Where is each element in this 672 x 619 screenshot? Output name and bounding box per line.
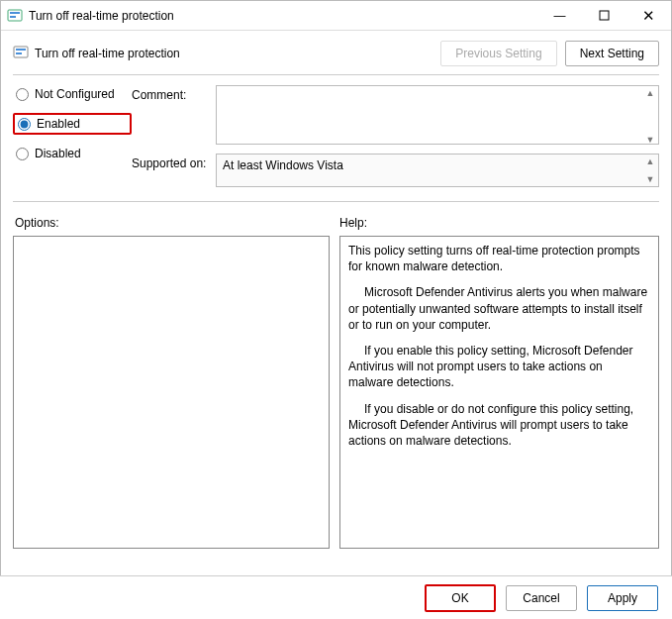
scroll-down-icon[interactable]: ▼ [644, 135, 656, 145]
config-area: Not Configured Enabled Disabled Comment:… [13, 85, 659, 193]
cancel-button[interactable]: Cancel [506, 585, 577, 611]
scroll-up-icon[interactable]: ▲ [644, 156, 656, 166]
next-setting-button[interactable]: Next Setting [565, 41, 659, 66]
radio-not-configured[interactable]: Not Configured [13, 85, 132, 103]
window-title: Turn off real-time protection [29, 9, 537, 23]
apply-button[interactable]: Apply [587, 585, 658, 611]
comment-label: Comment: [132, 85, 216, 102]
radio-enabled[interactable]: Enabled [13, 113, 132, 135]
ok-button[interactable]: OK [425, 584, 496, 612]
separator [13, 201, 659, 202]
window-controls: — ✕ [537, 1, 671, 30]
comment-input[interactable] [216, 85, 659, 145]
svg-rect-2 [10, 16, 16, 18]
radio-not-configured-input[interactable] [16, 88, 29, 101]
maximize-button[interactable] [582, 1, 626, 30]
radio-enabled-input[interactable] [18, 118, 31, 131]
titlebar: Turn off real-time protection — ✕ [1, 1, 671, 31]
policy-item-icon [13, 45, 29, 63]
close-button[interactable]: ✕ [626, 1, 671, 30]
radio-disabled-input[interactable] [16, 148, 29, 160]
svg-rect-4 [14, 47, 28, 57]
svg-rect-0 [8, 10, 22, 21]
panes: This policy setting turns off real-time … [13, 236, 659, 549]
supported-wrap: At least Windows Vista ▲ ▼ [216, 154, 659, 187]
supported-label: Supported on: [132, 154, 216, 170]
svg-rect-1 [10, 12, 20, 14]
radio-enabled-label: Enabled [37, 117, 80, 131]
policy-shield-icon [7, 8, 23, 24]
footer: OK Cancel Apply [0, 575, 672, 619]
supported-row: Supported on: At least Windows Vista ▲ ▼ [132, 154, 659, 187]
comment-wrap: ▲ ▼ [216, 85, 659, 148]
previous-setting-button: Previous Setting [440, 41, 556, 66]
scroll-up-icon[interactable]: ▲ [644, 88, 656, 98]
state-radios: Not Configured Enabled Disabled [13, 85, 132, 193]
pane-labels: Options: Help: [13, 216, 659, 230]
radio-disabled[interactable]: Disabled [13, 145, 132, 162]
minimize-button[interactable]: — [537, 1, 582, 30]
content-area: Turn off real-time protection Previous S… [1, 31, 671, 549]
separator [13, 74, 659, 75]
nav-buttons: Previous Setting Next Setting [440, 41, 659, 66]
supported-value: At least Windows Vista [216, 154, 659, 187]
svg-rect-3 [600, 11, 609, 20]
comment-row: Comment: ▲ ▼ [132, 85, 659, 148]
help-paragraph: If you disable or do not configure this … [348, 401, 650, 450]
options-pane[interactable] [13, 236, 330, 549]
scroll-down-icon[interactable]: ▼ [644, 174, 656, 184]
radio-disabled-label: Disabled [35, 147, 81, 160]
policy-title: Turn off real-time protection [35, 47, 440, 60]
options-label: Options: [13, 216, 339, 230]
help-paragraph: Microsoft Defender Antivirus alerts you … [348, 284, 650, 333]
help-paragraph: This policy setting turns off real-time … [348, 243, 650, 274]
help-pane[interactable]: This policy setting turns off real-time … [339, 236, 659, 549]
svg-rect-6 [16, 52, 22, 54]
fields: Comment: ▲ ▼ Supported on: At least Wind… [132, 85, 659, 193]
radio-not-configured-label: Not Configured [35, 87, 115, 101]
svg-rect-5 [16, 49, 26, 51]
help-paragraph: If you enable this policy setting, Micro… [348, 343, 650, 391]
header-row: Turn off real-time protection Previous S… [13, 41, 659, 66]
help-label: Help: [339, 216, 659, 230]
